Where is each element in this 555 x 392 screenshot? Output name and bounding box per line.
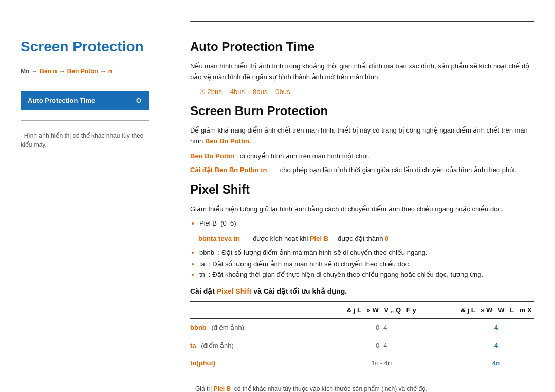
row2-range: 0- 4 — [305, 341, 458, 351]
sub1-label: Ben Bn Potbn — [190, 152, 234, 160]
menu-item-value: O — [136, 96, 141, 106]
time-option-2: 4bus — [230, 87, 245, 97]
optimal-table-section: Cài đặt Pixel Shift và Cài đặt tối ưu kh… — [190, 286, 534, 372]
footnote-1: Giá trị Piel B có thể khác nhau tùy thuộ… — [190, 384, 534, 392]
screen-burn-sub2: Cài đặt Ben Bn Potbn tn cho phép bạn lập… — [190, 165, 534, 175]
right-panel: Auto Protection Time Nếu màn hình hiển t… — [164, 21, 555, 392]
breadcrumb: Mn → Ben n → Ben Potbn → n — [21, 67, 149, 76]
row3-range: 1n~ 4n — [305, 358, 458, 368]
table-row: tn(phút) 1n~ 4n 4n — [190, 354, 534, 372]
row3-optimal: 4n — [458, 358, 534, 368]
screen-burn-heading: Screen Burn Protection — [190, 102, 534, 120]
row2-optimal: 4 — [458, 341, 534, 351]
page-title: Screen Protection — [21, 36, 149, 58]
table-col2-header: & j L » W V „ Q F y — [305, 305, 458, 315]
screen-burn-link: Ben Bn Potbn. — [205, 137, 251, 145]
row2-sub: (điểm ảnh) — [201, 342, 234, 349]
auto-protection-heading: Auto Protection Time — [190, 38, 534, 56]
sub2-label: Cài đặt Ben Bn Potbn tn — [190, 166, 267, 174]
table-row: ta (điểm ảnh) 0- 4 4 — [190, 337, 534, 355]
footnotes-section: Giá trị Piel B có thể khác nhau tùy thuộ… — [190, 380, 534, 392]
time-option-1: ⑦ 2bus — [199, 87, 222, 97]
row1-optimal: 4 — [458, 323, 534, 333]
auto-protection-body: Nếu màn hình hiển thị ảnh tĩnh trong kho… — [190, 61, 534, 83]
pixel-shift-heading: Pixel Shift — [190, 180, 534, 199]
row1-main: bbnb — [190, 324, 207, 331]
pixel-shift-item-tn: tn : Đặt khoảng thời gian để thực hiện d… — [199, 270, 534, 280]
top-divider — [190, 21, 534, 22]
left-note: Hình ảnh hiển thị có thể khác nhau tùy t… — [21, 131, 149, 150]
screen-burn-body: Để giảm khả năng điểm ảnh chết trên màn … — [190, 125, 534, 147]
time-option-4: 0bus — [275, 87, 290, 97]
pixel-shift-item-bbnb: bbnb : Đặt số lượng điểm ảnh mà màn hình… — [199, 248, 534, 258]
table-col1-header — [190, 305, 305, 315]
pixel-shift-items: bbnb : Đặt số lượng điểm ảnh mà màn hình… — [199, 248, 534, 280]
pixel-shift-label: Pixel Shift — [190, 182, 250, 196]
pixel-shift-item-ta: ta : Đặt số lượng điểm ảnh mà màn hình s… — [199, 259, 534, 269]
menu-item-label: Auto Protection Time — [28, 96, 95, 106]
sub2-text: cho phép bạn lập trình thời gian giữa cá… — [269, 166, 516, 174]
pixel-shift-sub: bbnta teva tn được kích hoạt khi Piel B … — [190, 234, 534, 244]
pixel-shift-bullet-1: Piel B (0 6) — [199, 218, 534, 229]
time-options-list: ⑦ 2bus 4bus 8bus 0bus — [199, 87, 534, 97]
pixel-shift-bullets: Piel B (0 6) — [199, 218, 534, 229]
left-panel: Screen Protection Mn → Ben n → Ben Potbn… — [0, 21, 164, 392]
row1-range: 0- 4 — [305, 323, 458, 333]
row3-main: tn(phút) — [190, 359, 215, 367]
sub1-text: di chuyển hình ảnh trên màn hình một chú… — [236, 152, 370, 160]
row1-sub: (điểm ảnh) — [211, 324, 244, 331]
table-row: bbnb (điểm ảnh) 0- 4 4 — [190, 319, 534, 337]
time-option-3: 8bus — [253, 87, 267, 97]
table-col3-header: & j L » W W L m X — [458, 305, 534, 315]
left-divider — [21, 120, 149, 121]
row2-main: ta — [190, 342, 196, 349]
bc-mn: Mn — [21, 67, 29, 76]
table-header: & j L » W V „ Q F y & j L » W W L m X — [190, 301, 534, 320]
optimal-table-label: Cài đặt Pixel Shift và Cài đặt tối ưu kh… — [190, 286, 534, 297]
auto-protection-time-menu-item[interactable]: Auto Protection Time O — [21, 91, 149, 110]
screen-burn-sub1: Ben Bn Potbn di chuyển hình ảnh trên màn… — [190, 151, 534, 161]
pixel-shift-body: Giảm thiểu hiện tượng giữ lại hình ảnh b… — [190, 204, 534, 215]
